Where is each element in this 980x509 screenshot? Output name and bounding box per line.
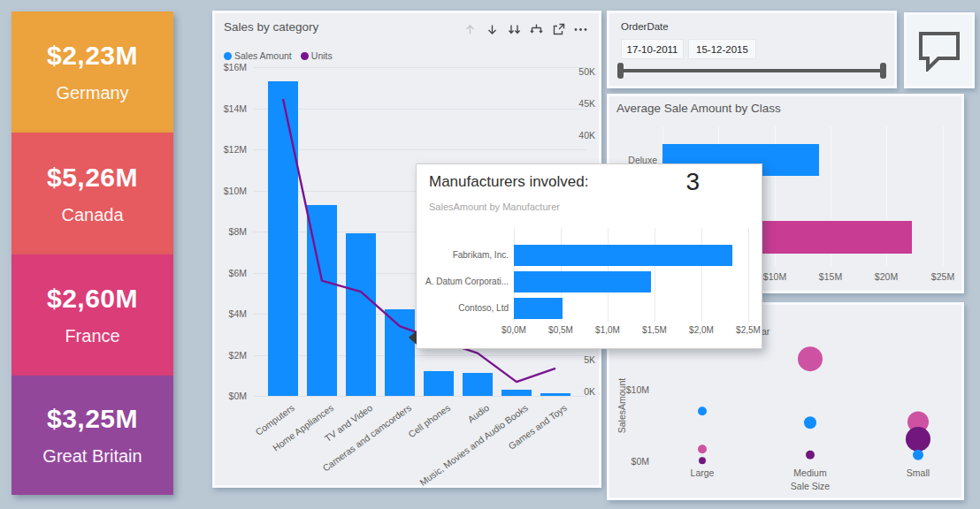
x-axis-category-label: Audio [465,402,491,424]
x-axis-tick-label: $1,0M [588,325,627,335]
slider-handle-end[interactable] [880,63,886,79]
kpi-value: $3,25M [47,404,138,434]
bubble[interactable] [699,457,706,464]
tooltip-card: Manufacturers involved: 3 SalesAmount by… [416,163,762,349]
manufacturer-bar [514,245,732,266]
y-axis-left-label: $2M [218,350,247,361]
y-axis-left-label: $14M [218,103,247,114]
gridline [943,126,944,266]
kpi-label: Germany [56,83,128,103]
bubble[interactable] [906,427,930,452]
sales-bar[interactable] [268,81,298,396]
gridline [701,228,702,322]
dashboard-canvas: $2,23MGermany$5,26MCanada$2,60MFrance$3,… [0,0,980,509]
slicer-title: OrderDate [621,21,669,32]
y-axis-left-label: $16M [218,62,247,72]
kpi-label: Canada [61,205,123,225]
kpi-card-canada[interactable]: $5,26MCanada [11,133,173,254]
y-axis-right-label: 0K [572,386,595,397]
bubble[interactable] [698,406,707,415]
order-date-slicer: OrderDate 17-10-2011 15-12-2015 [607,11,897,88]
y-axis-left-label: $10M [218,186,247,196]
y-axis-right-label: 40K [572,130,595,141]
sales-bar[interactable] [307,205,337,396]
y-axis-right-label: 5K [572,354,595,365]
x-axis-tick-label: $25M [925,271,961,282]
x-axis-tick-label: $10M [757,271,792,282]
kpi-label: France [65,326,119,346]
y-axis-right-label: 50K [572,66,595,77]
start-date-input[interactable]: 17-10-2011 [621,39,684,59]
bubble[interactable] [806,451,815,460]
x-axis-tick-label: $20M [869,271,904,282]
sales-bar[interactable] [385,309,415,396]
x-axis-category-label: Small [892,467,945,478]
sales-bar[interactable] [540,393,570,396]
y-axis-left-label: $6M [218,268,247,278]
gridline [254,396,586,397]
y-axis-category-label: Contoso, Ltd [417,303,509,313]
comment-bubble-icon[interactable] [916,29,962,72]
gridline [254,355,586,356]
sales-bar[interactable] [463,373,493,396]
kpi-card-france[interactable]: $2,60MFrance [11,254,173,376]
kpi-value: $2,23M [47,41,138,71]
sales-bar[interactable] [346,233,376,396]
x-axis-category-label: Medium [784,467,837,478]
gridline [254,67,586,68]
x-axis-title: Sale Size [784,481,837,491]
x-axis-tick-label: $2,0M [682,325,721,335]
kpi-card-great-britain[interactable]: $3,25MGreat Britain [11,376,173,495]
y-axis-category-label: Fabrikam, Inc. [417,250,509,260]
y-axis-right-label: 45K [572,98,595,109]
sales-bar[interactable] [424,371,454,396]
comment-button-tile [904,12,975,88]
x-axis-tick-label: $1,5M [635,325,674,335]
bubble[interactable] [804,416,816,429]
kpi-label: Great Britain [42,446,142,467]
y-axis-left-label: $12M [218,144,247,155]
sales-bar[interactable] [501,390,532,396]
y-axis-category-label: A. Datum Corporati... [417,277,509,286]
y-axis-left-label: $8M [218,226,247,237]
bubble[interactable] [798,346,823,371]
gridline [748,228,749,322]
x-axis-category-label: Large [676,467,729,478]
y-axis-left-label: $4M [218,308,247,319]
kpi-value: $5,26M [47,163,138,193]
x-axis-category-label: Cell phones [406,402,452,439]
y-axis-left-label: $0M [218,391,247,401]
slider-handle-start[interactable] [617,63,624,79]
x-axis-tick-label: $0,5M [541,325,580,335]
bubble[interactable] [698,444,707,453]
x-axis-tick-label: $2,5M [729,325,768,335]
x-axis-tick-label: $0,0M [494,325,533,335]
gridline [254,149,586,150]
manufacturer-bar [514,298,563,319]
gridline [655,228,655,322]
tooltip-pointer-icon [409,330,417,345]
manufacturer-bar [514,271,651,292]
bubble[interactable] [913,450,923,460]
kpi-value: $2,60M [47,284,138,314]
tooltip-plot-area: $0,0M$0,5M$1,0M$1,5M$2,0M$2,5MFabrikam, … [417,164,762,348]
kpi-card-germany[interactable]: $2,23MGermany [11,11,173,133]
date-range-slider-track[interactable] [620,69,884,72]
end-date-input[interactable]: 15-12-2015 [688,39,756,59]
gridline [254,109,586,110]
x-axis-tick-label: $15M [813,271,848,282]
